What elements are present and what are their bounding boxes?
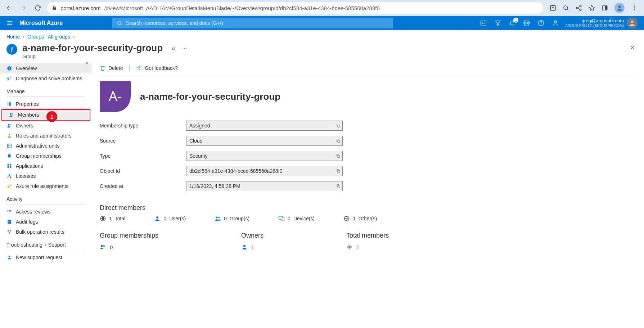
more-icon[interactable]: ··· [182,45,187,52]
feedback-button[interactable]: Got feedback? [136,65,177,71]
copy-icon[interactable] [336,154,341,158]
svg-rect-39 [8,221,10,222]
azure-brand[interactable]: Microsoft Azure [19,20,63,26]
svg-rect-21 [9,102,10,106]
collapse-sidebar-icon[interactable]: « [86,60,88,65]
sidebar-item-owners[interactable]: Owners [0,121,92,131]
hamburger-icon[interactable] [6,20,13,26]
azure-account[interactable]: greg@arguspbi.com ARGUS PBI LLC (ARGUSPB… [565,18,638,28]
stat-devices[interactable]: 0 Device(s) [278,215,315,222]
sidebar-item-properties[interactable]: Properties [0,99,92,109]
svg-point-27 [9,134,10,136]
svg-rect-47 [338,155,340,157]
account-tenant: ARGUS PBI LLC (ARGUSPBI.COM) [565,24,624,28]
svg-point-4 [580,9,581,11]
notification-bell-icon[interactable]: 1 [509,20,515,26]
prop-value-object-id: db2cf584-a31e-4384-bcee-585560a288f0 [186,166,343,176]
svg-point-11 [118,21,121,24]
owners-icon [6,123,12,128]
account-email: greg@arguspbi.com [565,18,624,23]
sidebar-item-azure-role[interactable]: Azure role assignments [0,181,92,191]
sidebar-item-licenses[interactable]: Licenses [0,171,92,181]
sidebar-item-group-memberships[interactable]: Group memberships [0,151,92,161]
svg-point-53 [218,216,220,218]
star-icon[interactable] [589,5,595,11]
svg-rect-6 [605,6,607,10]
stat-total[interactable]: 1 Total [100,215,125,222]
page-title-row: i a-name-for-your-security-group Group ·… [0,41,644,63]
sidebar-item-applications[interactable]: Applications [0,161,92,171]
copy-icon[interactable] [336,184,341,189]
browser-back-button[interactable] [4,3,14,13]
kebab-icon[interactable] [631,5,638,11]
svg-point-41 [10,230,12,232]
feedback-icon[interactable] [552,20,559,26]
help-icon[interactable] [538,20,544,26]
sidebar-item-admin-units[interactable]: Administrative units [0,141,92,151]
prop-label: Membership type [100,123,186,129]
cloud-shell-icon[interactable] [480,20,487,26]
svg-rect-19 [9,67,9,68]
stat-label: Device(s) [293,216,315,221]
members-icon [9,112,14,117]
prop-value-type: Security [186,151,343,161]
copy-icon[interactable] [336,139,341,143]
azure-search[interactable] [112,18,393,28]
stat-count: 1 [353,216,356,221]
support-icon [6,255,12,260]
install-icon[interactable] [550,5,556,11]
copy-icon[interactable] [336,169,341,174]
prop-label: Object Id [100,168,186,174]
col-total-members: Total members 1 [346,232,389,250]
breadcrumb-groups[interactable]: Groups | All groups [27,34,70,40]
col-value-row[interactable]: 1 [346,244,389,250]
close-blade-button[interactable] [630,45,635,50]
col-group-memberships: Group memberships 0 [100,232,158,250]
svg-point-9 [634,8,635,9]
prop-value-created-at: 1/16/2023, 4:58:28 PM [186,181,343,191]
admin-units-icon [6,143,12,148]
sidebar-item-roles[interactable]: Roles and administrators [0,131,92,141]
filter-icon[interactable] [495,20,501,26]
sidebar-item-diagnose[interactable]: Diagnose and solve problems [0,73,92,84]
svg-rect-12 [481,21,486,25]
settings-gear-icon[interactable] [523,20,530,26]
license-icon [6,174,12,179]
col-value-row[interactable]: 1 [241,244,264,250]
svg-point-26 [10,124,11,126]
stat-others[interactable]: 1 Other(s) [343,215,377,222]
col-header: Group memberships [100,232,158,239]
stat-label: Other(s) [359,216,377,221]
hero: A- a-name-for-your-security-group [100,75,644,121]
browser-reload-button[interactable] [32,3,43,13]
prop-value-source: Cloud [186,136,343,146]
sidebar-item-access-reviews[interactable]: Access reviews [0,207,92,217]
panel-icon[interactable] [602,5,608,11]
stat-users[interactable]: 0 User(s) [154,215,186,222]
browser-url-bar[interactable]: portal.azure.com/#view/Microsoft_AAD_IAM… [47,2,543,14]
sidebar-item-bulk[interactable]: Bulk operation results [0,227,92,237]
svg-point-13 [526,22,528,24]
stat-groups[interactable]: 0 Group(s) [215,215,249,222]
checklist-icon [6,209,12,214]
svg-point-36 [8,186,10,188]
sidebar-label: Bulk operation results [16,229,64,235]
col-value-row[interactable]: 0 [100,244,158,250]
azure-search-input[interactable] [126,20,389,26]
share-icon[interactable] [576,5,582,11]
sidebar-item-audit-logs[interactable]: Audit logs [0,217,92,227]
copy-icon[interactable] [336,123,341,128]
sidebar-item-overview[interactable]: Overview [0,63,92,73]
zoom-icon[interactable] [563,5,569,11]
sidebar-item-support[interactable]: New support request [0,252,92,262]
browser-forward-button[interactable] [18,3,29,13]
svg-point-58 [103,245,105,247]
pin-icon[interactable] [171,46,176,51]
browser-profile-avatar[interactable] [614,3,625,13]
stat-label: User(s) [169,216,186,221]
delete-button[interactable]: Delete [100,65,123,71]
svg-rect-38 [8,221,10,221]
sidebar-item-members[interactable]: Members [2,110,90,120]
sidebar-label: Properties [16,101,39,107]
breadcrumb-home[interactable]: Home [6,34,20,40]
